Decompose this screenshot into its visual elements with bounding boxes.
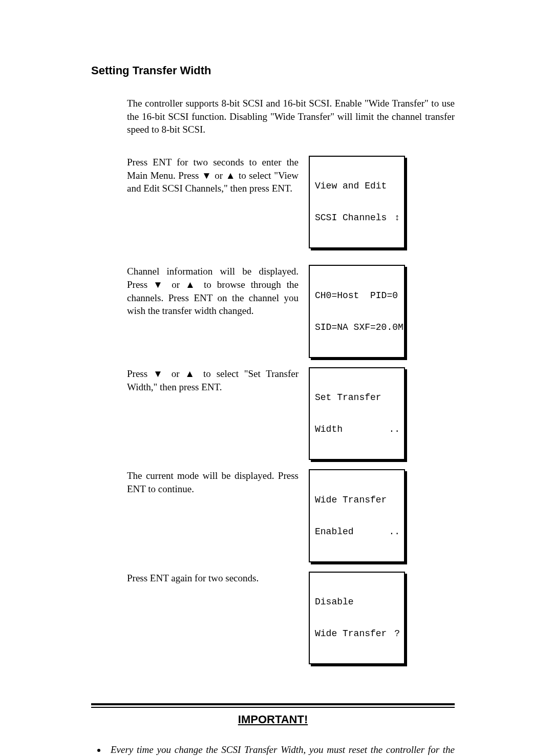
lcd-line: Width	[315, 424, 343, 435]
heading-setting-transfer-width: Setting Transfer Width	[91, 64, 553, 77]
lcd-indicator: ..	[389, 424, 400, 435]
important-title: IMPORTANT!	[91, 713, 455, 726]
lcd-line: CH0=Host PID=0	[315, 290, 398, 301]
step-text: Channel information will be displayed. P…	[127, 265, 299, 318]
lcd-display: Set Transfer Width..	[309, 367, 405, 460]
important-rule-top	[91, 703, 455, 708]
step-text: Press ▼ or ▲ to select "Set Transfer Wid…	[127, 367, 299, 393]
lcd-line: SID=NA SXF=20.0M	[315, 322, 403, 333]
lcd-indicator: ..	[389, 527, 400, 537]
lcd-display: Disable Wide Transfer?	[309, 572, 405, 665]
lcd-display: View and Edit SCSI Channels↕	[309, 156, 405, 249]
lcd-line: Enabled	[315, 527, 354, 537]
lcd-line: Disable	[315, 597, 354, 607]
step-text: Press ENT for two seconds to enter the M…	[127, 156, 299, 195]
step-text: The current mode will be displayed. Pres…	[127, 469, 299, 495]
lcd-indicator: ↕	[394, 213, 400, 223]
important-bullet: Every time you change the SCSI Transfer …	[107, 744, 455, 756]
intro-paragraph: The controller supports 8-bit SCSI and 1…	[127, 97, 455, 136]
lcd-line: Wide Transfer	[315, 495, 387, 506]
lcd-display: Wide Transfer Enabled..	[309, 469, 405, 562]
lcd-display: CH0=Host PID=0 SID=NA SXF=20.0M	[309, 265, 405, 358]
lcd-indicator: ?	[394, 628, 400, 639]
lcd-line: SCSI Channels	[315, 213, 387, 223]
lcd-line: View and Edit	[315, 181, 387, 192]
lcd-line: Wide Transfer	[315, 628, 387, 639]
lcd-line: Set Transfer	[315, 392, 381, 403]
step-text: Press ENT again for two seconds.	[127, 572, 299, 585]
